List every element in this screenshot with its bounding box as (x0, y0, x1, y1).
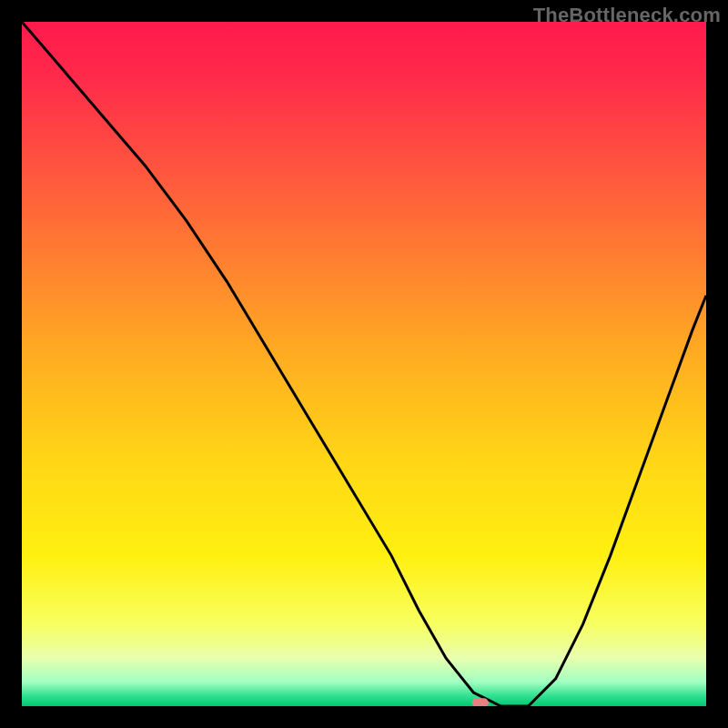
watermark-text: TheBottleneck.com (533, 4, 721, 27)
chart-frame: TheBottleneck.com (0, 0, 728, 728)
plot-area (22, 22, 706, 706)
gradient-background (22, 22, 706, 706)
optimal-marker (472, 698, 489, 706)
plot-svg (22, 22, 706, 706)
